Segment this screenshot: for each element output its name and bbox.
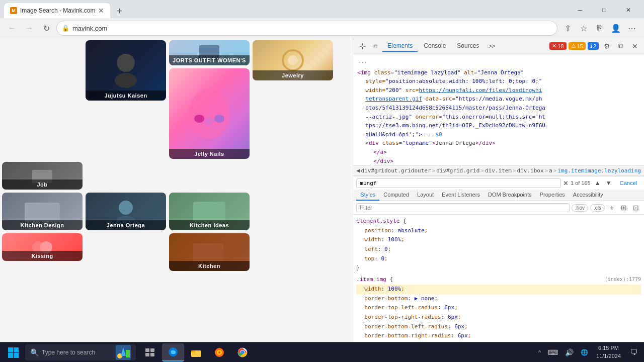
taskbar-app-chrome[interactable] [231,343,254,361]
search-count: 1 of 165 [571,180,591,186]
taskbar-search-icon: 🔍 [30,348,39,356]
html-area: ··· <img class="itemimage lazyload" alt=… [353,54,644,165]
close-button[interactable]: ✕ [617,2,640,18]
styles-tab-event-listeners[interactable]: Event Listeners [438,190,484,201]
error-badge[interactable]: ✕ 18 [549,42,566,50]
breadcrumb-item-3[interactable]: div.item [485,167,512,174]
tab-favicon: M [10,7,17,14]
devtools-more-tabs[interactable]: >> [485,41,498,52]
breadcrumb-item-6[interactable]: img.itemimage.lazyloading [557,167,641,174]
website-panel: Jujutsu Kaisen JORTS OUTFIT WOMEN'S [0,38,353,344]
taskbar-volume-icon[interactable]: 🔊 [562,347,577,357]
toggle-element-state-button[interactable]: ⊡ [631,203,641,213]
taskbar-clock[interactable]: 6:15 PM 11/1/2024 [592,343,625,361]
taskbar: 🔍 Type here to search ^ [0,342,644,362]
taskbar-keyboard-icon[interactable]: ⌨ [545,347,561,357]
inspect-element-button[interactable]: ⊹ [356,40,368,52]
refresh-button[interactable]: ↻ [39,21,53,35]
tab-close-button[interactable]: ✕ [98,7,104,15]
profile-button[interactable]: 👤 [609,21,623,35]
add-style-rule-button[interactable]: + [607,203,617,213]
info-badge[interactable]: ℹ 2 [588,42,599,50]
taskbar-app-firefox[interactable] [208,343,230,361]
grid-item-jelly-nails[interactable]: Jelly Nails [169,68,250,159]
search-cancel-button[interactable]: Cancel [616,179,641,187]
taskbar-notification-button[interactable]: 🗨 [626,343,642,361]
breadcrumb-item-2[interactable]: div#grid.grid [436,167,479,174]
share-button[interactable]: ⇧ [560,21,575,35]
favorites-button[interactable]: ☆ [577,21,591,35]
device-toggle-button[interactable]: ⧈ [369,40,381,52]
grid-label-jewelry: Jewelry [253,70,333,80]
breadcrumb-item-1[interactable]: div#gridout.gridouter [361,167,431,174]
svg-rect-10 [25,203,60,222]
search-clear-button[interactable]: ✕ [563,179,569,187]
search-next-button[interactable]: ▼ [604,178,614,188]
svg-point-8 [288,55,298,65]
devtools-tab-sources[interactable]: Sources [452,40,484,52]
grid-item-jewelry[interactable]: Jewelry [253,40,333,80]
styles-tab-properties[interactable]: Properties [536,190,569,201]
style-selector-item-img: .item img { (index):1779 [356,275,641,285]
new-tab-button[interactable]: + [112,4,126,18]
grid-item-jorts[interactable]: JORTS OUTFIT WOMEN'S [169,40,250,65]
taskbar-sys-tray: ^ ⌨ 🔊 🌐 6:15 PM 11/1/2024 🗨 [535,343,642,361]
address-bar[interactable]: 🔒 mavink.com [56,21,557,36]
html-line-9: <div class="topname">Jenna Ortega</div> [357,139,640,148]
taskbar-search[interactable]: 🔍 Type here to search [25,344,136,360]
active-tab[interactable]: M Image Search - Mavink.com ✕ [4,3,110,18]
maximize-button[interactable]: □ [593,2,616,18]
grid-item-kitchen-design[interactable]: Kitchen Design [2,193,83,230]
filter-input[interactable] [356,203,570,212]
taskbar-network-icon[interactable]: 🌐 [578,348,591,357]
reading-view-button[interactable]: ⎘ [593,21,607,35]
devtools-search-input[interactable] [356,178,561,188]
grid-item-kitchen-ideas[interactable]: Kitchen Ideas [169,193,250,230]
new-style-rule-button[interactable]: ⊞ [619,203,629,213]
taskbar-app-edge[interactable] [162,343,184,361]
grid-label-kitchen: Kitchen [169,261,250,271]
address-text: mavink.com [72,25,552,32]
start-button[interactable] [2,343,24,361]
breadcrumb-arrow[interactable]: ◀ [356,167,360,174]
devtools-close-button[interactable]: ✕ [629,40,641,52]
back-button[interactable]: ← [5,21,19,35]
styles-tabs: Styles Computed Layout Event Listeners D… [353,190,644,201]
filter-pill-cls[interactable]: .cls [590,204,605,212]
taskbar-app-taskview[interactable] [139,343,161,361]
grid-item-jenna[interactable]: Jenna Ortega [86,193,166,230]
grid-label-jelly-nails: Jelly Nails [169,149,250,159]
styles-tab-dom-breakpoints[interactable]: DOM Breakpoints [484,190,536,201]
html-line-4: tetransparent.gif data-src="https://medi… [357,95,640,104]
grid-item-job[interactable]: Job [2,162,83,190]
styles-tab-computed[interactable]: Computed [379,190,413,201]
devtools-settings-button[interactable]: ⚙ [601,40,613,52]
grid-item-kissing[interactable]: Kissing [2,233,83,261]
devtools-tab-elements[interactable]: Elements [382,40,418,52]
styles-tab-layout[interactable]: Layout [413,190,438,201]
breadcrumb-item-4[interactable]: div.ibox [517,167,544,174]
svg-rect-19 [8,353,13,358]
devtools-dock-button[interactable]: ⧉ [615,40,627,52]
search-prev-button[interactable]: ▲ [593,178,603,188]
svg-point-1 [115,73,137,88]
grid-item-kitchen[interactable]: Kitchen [169,233,250,271]
minimize-button[interactable]: ─ [569,2,592,18]
taskbar-show-hidden-icons[interactable]: ^ [535,348,544,356]
svg-point-0 [117,54,135,72]
warn-badge[interactable]: ⚠ 15 [569,42,586,50]
svg-rect-13 [193,202,225,222]
filter-pill-hov[interactable]: :hov [572,204,588,212]
grid-item-jujutsu[interactable]: Jujutsu Kaisen [86,40,166,101]
devtools-panel: ⊹ ⧈ Elements Console Sources >> ✕ 18 ⚠ 1… [353,38,644,344]
settings-button[interactable]: ⋯ [625,21,639,35]
devtools-tab-console[interactable]: Console [419,40,451,52]
forward-button[interactable]: → [22,21,36,35]
info-count: 2 [593,43,596,49]
styles-tab-accessibility[interactable]: Accessibility [569,190,607,201]
breadcrumb-item-5[interactable]: a [549,167,552,174]
svg-rect-20 [14,353,19,358]
styles-tab-styles[interactable]: Styles [356,190,379,201]
taskbar-date: 11/1/2024 [596,352,621,360]
taskbar-app-explorer[interactable] [185,343,207,361]
